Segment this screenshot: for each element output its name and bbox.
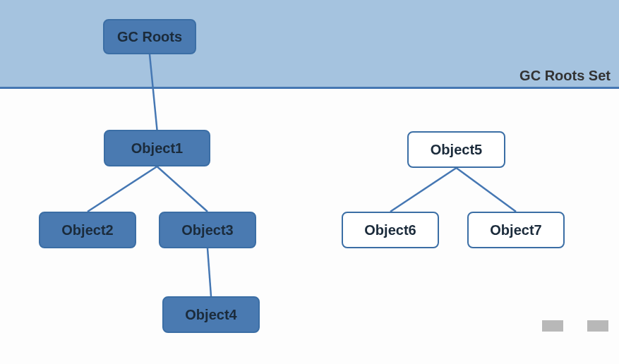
node-label: Object3 [181, 222, 233, 238]
node-label: Object4 [185, 307, 236, 323]
node-gc-roots: GC Roots [103, 19, 196, 54]
node-object6: Object6 [342, 212, 439, 248]
node-object5: Object5 [407, 131, 505, 168]
node-label: Object1 [131, 140, 183, 157]
node-label: Object6 [364, 222, 416, 238]
node-object3: Object3 [159, 212, 256, 248]
svg-line-2 [157, 166, 208, 212]
svg-line-5 [457, 168, 517, 212]
svg-line-3 [208, 248, 211, 296]
diagram-canvas: GC Roots Set GC Roots Object1 Object2 Ob… [0, 0, 619, 364]
node-label: Object7 [490, 222, 541, 238]
gc-roots-set-band: GC Roots Set [0, 0, 619, 89]
node-object1: Object1 [104, 130, 210, 166]
node-object7: Object7 [467, 212, 565, 248]
decor-square [587, 320, 608, 332]
node-label: GC Roots [117, 29, 182, 45]
node-object4: Object4 [162, 296, 260, 333]
node-label: Object5 [431, 142, 482, 158]
node-object2: Object2 [39, 212, 136, 248]
svg-line-1 [88, 166, 157, 212]
node-label: Object2 [61, 222, 113, 238]
svg-line-4 [390, 168, 457, 212]
gc-roots-set-label: GC Roots Set [519, 68, 611, 84]
decor-square [542, 320, 563, 332]
